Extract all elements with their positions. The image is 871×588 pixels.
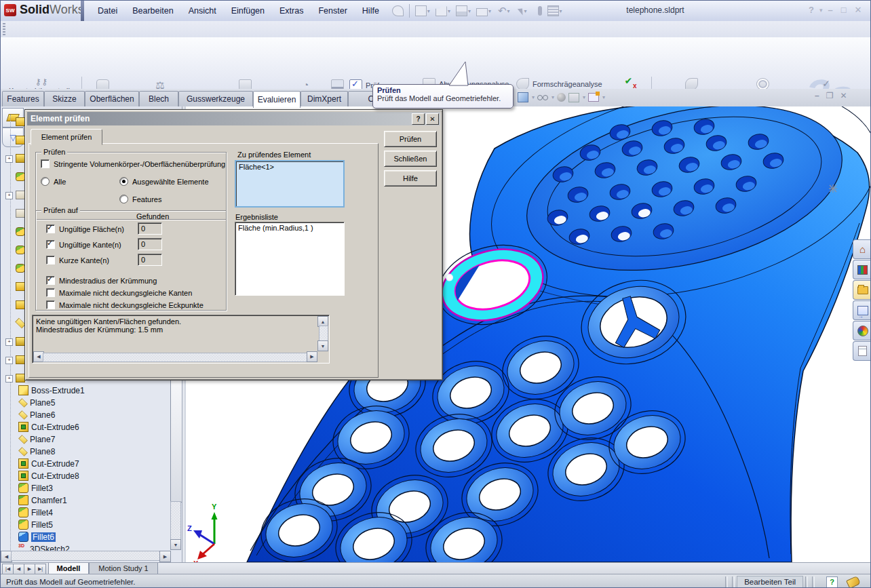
tree-row[interactable]: Fillet5 <box>1 519 53 530</box>
menu-ansicht[interactable]: Ansicht <box>181 6 224 16</box>
tree-row[interactable]: +Cut-Extrude8 <box>1 470 79 482</box>
tree-vscroll-down-button[interactable]: ▼ <box>170 539 181 550</box>
menu-datei[interactable]: Datei <box>90 6 125 16</box>
options-dropdown[interactable]: ▾ <box>560 8 562 14</box>
max-edge-gap-row[interactable]: Maximale nicht deckungsgleiche Kanten <box>46 288 192 297</box>
new-dropdown[interactable]: ▾ <box>427 8 430 14</box>
message-hscroll-right-button[interactable]: ▶ <box>307 351 317 362</box>
view-palette-tab[interactable] <box>853 300 871 320</box>
tree-row[interactable]: Fillet4 <box>1 507 53 518</box>
message-vscroll-down-button[interactable]: ▼ <box>317 340 328 351</box>
close-button[interactable]: ✕ <box>851 5 866 15</box>
short-edges-checkbox[interactable] <box>46 256 55 264</box>
all-radio[interactable] <box>41 177 50 186</box>
design-library-tab[interactable] <box>853 260 871 279</box>
options-list-icon[interactable] <box>547 5 559 16</box>
max-vertex-gap-checkbox[interactable] <box>46 300 55 309</box>
search-pin-icon[interactable] <box>392 5 404 16</box>
check-entity-dialog[interactable]: Element prüfen ? ✕ Element prüfen Prüfen… <box>24 109 443 380</box>
tab-evaluieren[interactable]: Evaluieren <box>253 91 301 108</box>
display-style-dropdown[interactable]: ▾ <box>551 94 554 100</box>
tree-expand-box[interactable]: + <box>5 338 13 346</box>
features-radio[interactable] <box>119 195 128 203</box>
tree-expand-box[interactable]: + <box>5 155 13 163</box>
tree-expand-box[interactable]: + <box>5 192 13 199</box>
tree-row[interactable]: +Boss-Extrude1 <box>1 385 85 396</box>
tag-icon[interactable] <box>846 575 861 588</box>
short-edges-row[interactable]: Kurze Kante(n) <box>46 256 109 264</box>
strict-check-row[interactable]: Stringente Volumenkörper-/Oberflächenübe… <box>41 159 225 168</box>
minimize-button[interactable]: – <box>824 5 836 15</box>
tree-expand-box[interactable]: + <box>5 357 13 364</box>
menu-hilfe[interactable]: Hilfe <box>355 6 387 16</box>
save-dropdown[interactable]: ▾ <box>468 8 471 14</box>
toolbar-grip[interactable] <box>3 23 5 35</box>
save-icon[interactable] <box>456 5 467 16</box>
menu-bearbeiten[interactable]: Bearbeiten <box>125 6 180 16</box>
print-dropdown[interactable]: ▾ <box>488 8 491 14</box>
tree-row[interactable]: Fillet3 <box>1 482 53 494</box>
check-button[interactable]: Prüfen <box>384 131 437 147</box>
menu-fenster[interactable]: Fenster <box>311 6 354 16</box>
file-explorer-tab[interactable] <box>853 280 871 300</box>
new-document-icon[interactable] <box>415 5 427 16</box>
edit-scene-dropdown[interactable]: ▾ <box>602 94 605 100</box>
tree-hscroll-track[interactable] <box>11 551 161 561</box>
message-vscroll-track[interactable] <box>319 326 328 342</box>
tab-blech[interactable]: Blech <box>139 91 178 106</box>
strict-checkbox[interactable] <box>41 159 50 168</box>
print-icon[interactable] <box>476 8 488 16</box>
menu-einfuegen[interactable]: Einfügen <box>224 6 272 16</box>
doc-restore-button[interactable]: ❐ <box>826 91 834 100</box>
edit-scene-icon[interactable] <box>588 93 599 102</box>
selected-entities-radio-row[interactable]: Ausgewählte Elemente <box>119 177 209 186</box>
tree-row[interactable]: +Cut-Extrude6 <box>1 421 79 433</box>
dialog-tab-element-pruefen[interactable]: Element prüfen <box>31 129 102 145</box>
study-last-button[interactable]: ▶| <box>35 564 46 574</box>
help-button[interactable]: Hilfe <box>384 170 437 187</box>
invalid-edges-row[interactable]: Ungültige Kante(n) <box>46 240 121 249</box>
doc-minimize-button[interactable]: – <box>815 91 819 100</box>
selected-entities-radio[interactable] <box>119 177 128 186</box>
dialog-help-button[interactable]: ? <box>412 113 425 125</box>
study-prev-button[interactable]: ◀ <box>13 564 24 574</box>
min-radius-checkbox[interactable] <box>46 276 55 285</box>
dialog-titlebar[interactable]: Element prüfen ? ✕ <box>27 112 440 125</box>
tree-row[interactable]: Plane7 <box>1 433 55 445</box>
tree-row[interactable]: Plane8 <box>1 446 55 457</box>
tab-features[interactable]: Features <box>2 91 44 106</box>
menu-extras[interactable]: Extras <box>272 6 311 16</box>
scene-icon[interactable] <box>568 93 579 102</box>
invalid-faces-row[interactable]: Ungültige Fläche(n) <box>46 224 124 233</box>
results-list[interactable]: Fläche (min.Radius,1 ) <box>235 222 345 296</box>
tree-expand-box[interactable]: + <box>5 375 13 383</box>
features-radio-row[interactable]: Features <box>119 195 161 203</box>
tab-gusswerkzeuge[interactable]: Gusswerkzeuge <box>178 91 253 106</box>
selection-box[interactable]: Fläche<1> <box>235 160 345 208</box>
message-hscroll-track[interactable] <box>43 353 310 362</box>
tree-vscroll-thumb[interactable] <box>170 379 182 503</box>
help-dropdown[interactable]: ▾ <box>818 7 824 14</box>
open-dropdown[interactable]: ▾ <box>448 8 450 14</box>
tree-row[interactable]: Chamfer1 <box>1 494 67 506</box>
custom-properties-tab[interactable] <box>853 341 871 361</box>
study-next-button[interactable]: ▶ <box>24 564 35 574</box>
toggle-pill-icon[interactable] <box>538 6 542 16</box>
tab-oberflaechen[interactable]: Oberflächen <box>85 91 139 106</box>
view-orientation-cube-icon[interactable] <box>518 92 528 102</box>
tab-skizze[interactable]: Skizze <box>44 91 85 106</box>
tree-row[interactable]: +Cut-Extrude7 <box>1 458 79 469</box>
undo-icon[interactable]: ↶ <box>498 5 507 17</box>
doc-close-button[interactable]: ✕ <box>840 91 847 100</box>
max-edge-gap-checkbox[interactable] <box>46 288 55 297</box>
display-style-icon[interactable] <box>537 95 548 100</box>
motion-study-tab[interactable]: Motion Study 1 <box>89 563 158 574</box>
all-radio-row[interactable]: Alle <box>41 177 66 186</box>
invalid-edges-checkbox[interactable] <box>46 240 55 249</box>
tree-row[interactable]: Plane5 <box>1 397 55 408</box>
scene-dropdown[interactable]: ▾ <box>583 94 585 100</box>
solidworks-resources-tab[interactable]: ⌂ <box>853 239 871 259</box>
open-document-icon[interactable] <box>436 5 447 16</box>
close-button[interactable]: Schließen <box>384 151 437 167</box>
invalid-faces-checkbox[interactable] <box>46 224 55 233</box>
